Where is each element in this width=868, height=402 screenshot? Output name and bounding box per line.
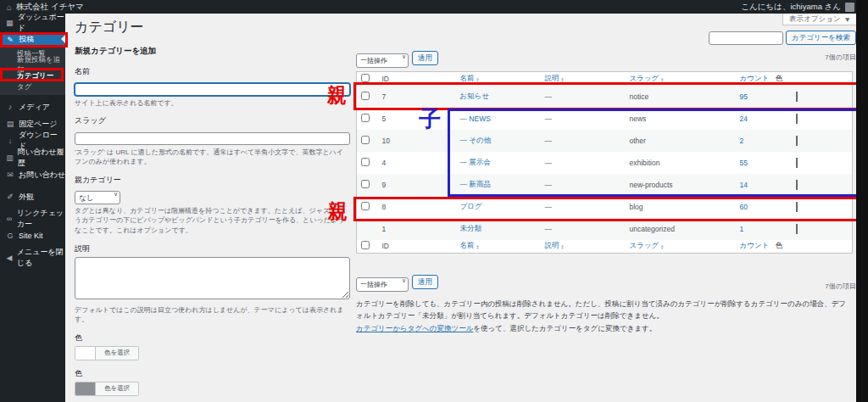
download-icon: ↓	[6, 137, 14, 145]
color-swatch-1[interactable]	[75, 347, 96, 360]
mail-icon: ✉	[6, 170, 14, 179]
sidebar-item-link-checker[interactable]: ∞ リンクチェッカー	[0, 210, 65, 227]
add-category-form: 新規カテゴリーを追加 名前 サイト上に表示される名前です。 スラッグ 'スラッグ…	[75, 46, 350, 402]
count-link[interactable]: 60	[740, 203, 748, 211]
sidebar-item-appearance[interactable]: ✐ 外観	[0, 188, 65, 205]
color-picker-1: 色を選択	[75, 346, 139, 360]
category-name-link[interactable]: ブログ	[460, 202, 482, 210]
table-row-tenjikai: 4 — 展示会 — exhibition 55	[357, 152, 853, 174]
table-row-oshirase: 7 お知らせ — notice 95	[357, 86, 853, 108]
sidebar-item-posts[interactable]: ✎ 投稿	[0, 32, 65, 47]
sidebar-item-tags[interactable]: タグ	[0, 81, 65, 92]
header-slug-sort[interactable]: スラッグ	[630, 74, 659, 82]
apply-button-bottom[interactable]: 適用	[412, 275, 438, 289]
row-checkbox[interactable]	[361, 202, 370, 210]
footer-slug-sort[interactable]: スラッグ	[630, 241, 659, 249]
admin-bar: ⌂ 株式会社 イチヤマ こんにちは、ichiyama さん	[0, 0, 868, 14]
sidebar-item-dashboard[interactable]: ▦ ダッシュボード	[0, 14, 65, 32]
row-checkbox[interactable]	[361, 136, 370, 144]
color-bar	[796, 92, 798, 102]
brush-icon: ✐	[6, 193, 14, 201]
color-bar	[796, 224, 798, 234]
bulk-action-select-top[interactable]: 一括操作	[356, 53, 409, 68]
color-bar	[796, 136, 798, 146]
user-greeting[interactable]: こんにちは、ichiyama さん	[741, 2, 841, 13]
row-checkbox[interactable]	[361, 92, 370, 100]
posts-submenu: 投稿一覧 新規投稿を追加 カテゴリー タグ	[0, 47, 65, 95]
table-row-news: 5 — NEWS — news 24	[357, 108, 853, 130]
sidebar-item-contact[interactable]: ✉ お問い合わせ	[0, 166, 65, 183]
avatar[interactable]	[845, 3, 854, 12]
header-name-sort[interactable]: 名前	[460, 74, 475, 82]
search-button[interactable]: カテゴリーを検索	[786, 31, 856, 45]
slug-help: 'スラッグ' は URL に適した形式の名前です。通常はすべて半角小文字で、英数…	[75, 148, 350, 167]
footer-description-sort[interactable]: 説明	[545, 241, 559, 249]
select-all-checkbox-bottom[interactable]	[361, 241, 370, 249]
right-black-strip	[856, 0, 868, 402]
parent-category-label: 親カテゴリー	[75, 175, 350, 186]
name-help: サイト上に表示される名前です。	[75, 98, 350, 109]
table-row-sonota: 10 — その他 — other 2	[357, 130, 853, 152]
category-name-link[interactable]: — 新商品	[460, 180, 491, 188]
apply-button-top[interactable]: 適用	[412, 51, 438, 65]
sort-icon: ▲▼	[660, 244, 664, 249]
header-color: 色	[769, 72, 853, 86]
select-all-checkbox-top[interactable]	[361, 74, 370, 82]
color-label-1: 色	[75, 332, 350, 343]
sidebar-item-collapse-menu[interactable]: ◀ メニューを閉じる	[0, 249, 65, 266]
parent-category-help: タグとは異なり、カテゴリーは階層構造を持つことができます。たとえば、ジャズという…	[75, 206, 350, 236]
sidebar-item-inquiry-history[interactable]: ▥ 問い合わせ履歴	[0, 149, 65, 166]
parent-category-select[interactable]: なし	[75, 191, 120, 204]
count-link[interactable]: 24	[740, 114, 748, 123]
sidebar-item-add-post[interactable]: 新規投稿を追加	[0, 59, 65, 70]
sidebar-item-media[interactable]: ♪ メディア	[0, 98, 65, 115]
site-name[interactable]: 株式会社 イチヤマ	[16, 2, 84, 13]
search-input[interactable]	[709, 31, 783, 45]
color-pick-button-2[interactable]: 色を選択	[96, 382, 138, 395]
color-bar	[796, 202, 798, 212]
color-bar	[796, 180, 798, 190]
table-row-blog: 8 ブログ — blog 60	[357, 196, 853, 218]
count-link[interactable]: 55	[740, 159, 748, 167]
table-icon: ▥	[6, 154, 14, 162]
category-name-link[interactable]: — 展示会	[460, 158, 491, 166]
media-icon: ♪	[6, 103, 14, 111]
row-checkbox[interactable]	[361, 114, 370, 122]
color-pick-button-1[interactable]: 色を選択	[96, 347, 138, 360]
header-count-sort[interactable]: カウント	[740, 74, 769, 82]
sort-icon: ▲▼	[476, 244, 480, 249]
screen-options-button[interactable]: 表示オプション ▼	[782, 14, 858, 25]
count-link[interactable]: 2	[740, 137, 744, 145]
count-link[interactable]: 14	[740, 181, 748, 189]
footer-name-sort[interactable]: 名前	[460, 241, 475, 249]
category-name-link[interactable]: お知らせ	[460, 92, 490, 100]
footer-notes: カテゴリーを削除しても、カテゴリー内の投稿は削除されません。ただし、投稿に割り当…	[356, 299, 852, 337]
name-field[interactable]	[75, 83, 350, 96]
count-link[interactable]: 1	[740, 225, 744, 233]
category-name-link[interactable]: — その他	[460, 136, 492, 144]
description-field[interactable]	[75, 257, 350, 299]
row-checkbox[interactable]	[361, 180, 370, 188]
slug-label: スラッグ	[75, 115, 350, 126]
category-name-link[interactable]: — NEWS	[460, 114, 491, 123]
footer-count-sort[interactable]: カウント	[740, 241, 769, 249]
description-label: 説明	[75, 243, 350, 254]
google-icon: G	[6, 232, 14, 240]
table-footer-row: ID 名前▲▼ 説明▲▼ スラッグ▲▼ カウント▲▼ 色	[357, 240, 853, 254]
color-picker-2: 色を選択	[75, 382, 139, 396]
home-icon: ⌂	[7, 3, 12, 12]
sidebar-item-site-kit[interactable]: G Site Kit	[0, 227, 65, 244]
color-bar	[796, 114, 798, 124]
pin-icon: ✎	[6, 36, 14, 44]
slug-field[interactable]	[75, 132, 350, 145]
count-link[interactable]: 95	[740, 92, 748, 101]
table-row-shinshohin: 9 — 新商品 — new-products 14	[357, 174, 853, 196]
category-name-link[interactable]: 未分類	[460, 224, 482, 232]
table-row-mibunrui: 1 未分類 — uncategorized 1	[357, 218, 853, 240]
link-icon: ∞	[6, 215, 13, 223]
header-description-sort[interactable]: 説明	[545, 74, 559, 82]
bulk-action-select-bottom[interactable]: 一括操作	[356, 277, 409, 292]
category-to-tag-converter-link[interactable]: カテゴリーからタグへの変換ツール	[356, 324, 473, 332]
row-checkbox[interactable]	[361, 158, 370, 166]
color-swatch-2[interactable]	[75, 382, 96, 395]
